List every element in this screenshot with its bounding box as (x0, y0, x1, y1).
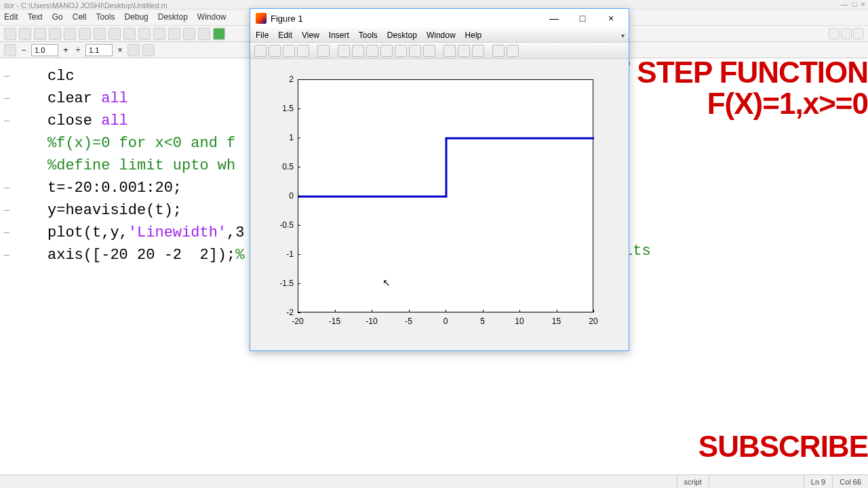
find-icon[interactable] (138, 28, 151, 40)
matlab-logo-icon (256, 13, 267, 24)
axes[interactable] (298, 79, 593, 312)
fig-menu-view[interactable]: View (302, 30, 319, 40)
status-col: Col 66 (832, 475, 868, 488)
plot-area: -2-1.5-1-0.500.511.52-20-15-10-505101520… (250, 59, 629, 350)
undo-icon[interactable] (94, 28, 106, 40)
layout-icon-1[interactable] (829, 28, 840, 39)
statusbar: script Ln 9 Col 66 (0, 474, 868, 488)
fig-minimize-icon[interactable]: — (542, 10, 566, 26)
fig-zoomout-icon[interactable] (352, 45, 364, 57)
menu-edit[interactable]: Edit (4, 12, 18, 22)
paste-icon[interactable] (79, 28, 91, 40)
run-icon[interactable] (213, 28, 225, 40)
menu-desktop[interactable]: Desktop (158, 12, 188, 22)
fig-menu-desktop[interactable]: Desktop (387, 30, 417, 40)
status-type: script (677, 475, 709, 488)
close-icon[interactable]: × (861, 0, 865, 8)
zoom-out-input[interactable] (31, 44, 58, 56)
minimize-icon[interactable]: — (841, 0, 848, 8)
fig-print-icon[interactable] (297, 45, 309, 57)
menu-cell[interactable]: Cell (73, 12, 87, 22)
fig-maximize-icon[interactable]: □ (570, 10, 595, 26)
fig-pointer-icon[interactable] (317, 45, 330, 57)
fig-grid-icon[interactable] (472, 45, 484, 57)
maximize-icon[interactable]: □ (852, 0, 857, 8)
fig-link-icon[interactable] (423, 45, 435, 57)
fig-menu-help[interactable]: Help (465, 30, 482, 40)
menubar-overflow-icon[interactable]: ▾ (621, 32, 625, 39)
minus-icon[interactable]: − (19, 45, 28, 55)
cell-icon[interactable] (4, 44, 16, 56)
editor-gutter: ——————— (0, 65, 14, 266)
plus-icon[interactable]: + (61, 45, 71, 55)
fig-datacursor-icon[interactable] (395, 45, 407, 57)
fig-brush-icon[interactable] (409, 45, 421, 57)
fig-close-icon[interactable]: × (599, 10, 623, 26)
menu-tools[interactable]: Tools (96, 12, 115, 22)
fig-menu-tools[interactable]: Tools (359, 30, 378, 40)
cell-run-icon[interactable] (127, 44, 140, 56)
cell-info-icon[interactable] (142, 44, 155, 56)
fig-menu-edit[interactable]: Edit (278, 30, 292, 40)
fig-save-icon[interactable] (283, 45, 295, 57)
status-line: Ln 9 (804, 475, 832, 488)
figure-title: Figure 1 (271, 14, 303, 24)
save-icon[interactable] (34, 28, 46, 40)
fx-icon[interactable] (198, 28, 210, 40)
fig-colorbar-icon[interactable] (443, 45, 456, 57)
new-file-icon[interactable] (4, 28, 16, 40)
fig-menu-window[interactable]: Window (427, 30, 456, 40)
menu-window[interactable]: Window (197, 12, 226, 22)
fig-legend-icon[interactable] (458, 45, 470, 57)
print-icon[interactable] (123, 28, 136, 40)
menu-text[interactable]: Text (28, 12, 43, 22)
back-icon[interactable] (168, 28, 180, 40)
step-plot (298, 80, 594, 313)
fig-undock-icon[interactable] (507, 45, 519, 57)
zoom-in-input[interactable] (85, 44, 113, 56)
fig-rotate-icon[interactable] (380, 45, 393, 57)
overlay-subscribe: SUBSCRIBE (698, 430, 868, 464)
fig-dock-icon[interactable] (492, 45, 505, 57)
figure-toolbar (250, 43, 629, 59)
status-blank (709, 475, 804, 488)
copy-icon[interactable] (64, 28, 76, 40)
menu-go[interactable]: Go (52, 12, 63, 22)
fig-pan-icon[interactable] (366, 45, 378, 57)
menu-debug[interactable]: Debug (124, 12, 148, 22)
overlay-equation: F(X)=1,x>=0 (707, 87, 868, 121)
function-icon[interactable] (153, 28, 165, 40)
layout-icon-3[interactable] (853, 28, 864, 39)
fig-open-icon[interactable] (269, 45, 281, 57)
figure-menubar: File Edit View Insert Tools Desktop Wind… (250, 28, 629, 43)
redo-icon[interactable] (108, 28, 121, 40)
fig-new-icon[interactable] (254, 45, 267, 57)
fig-menu-file[interactable]: File (256, 30, 269, 40)
layout-icon-2[interactable] (841, 28, 852, 39)
figure-window[interactable]: Figure 1 — □ × File Edit View Insert Too… (250, 8, 629, 351)
app-window-controls: — □ × (841, 0, 865, 8)
open-file-icon[interactable] (19, 28, 31, 40)
figure-titlebar[interactable]: Figure 1 — □ × (250, 9, 629, 28)
forward-icon[interactable] (183, 28, 195, 40)
times-icon[interactable]: × (115, 45, 125, 55)
cut-icon[interactable] (49, 28, 61, 40)
app-title: itor - C:\Users\MANOJ JOSHI\Desktop\Unti… (4, 1, 167, 9)
fig-menu-insert[interactable]: Insert (329, 30, 349, 40)
divide-icon[interactable]: ÷ (73, 45, 83, 55)
fig-zoomin-icon[interactable] (338, 45, 350, 57)
